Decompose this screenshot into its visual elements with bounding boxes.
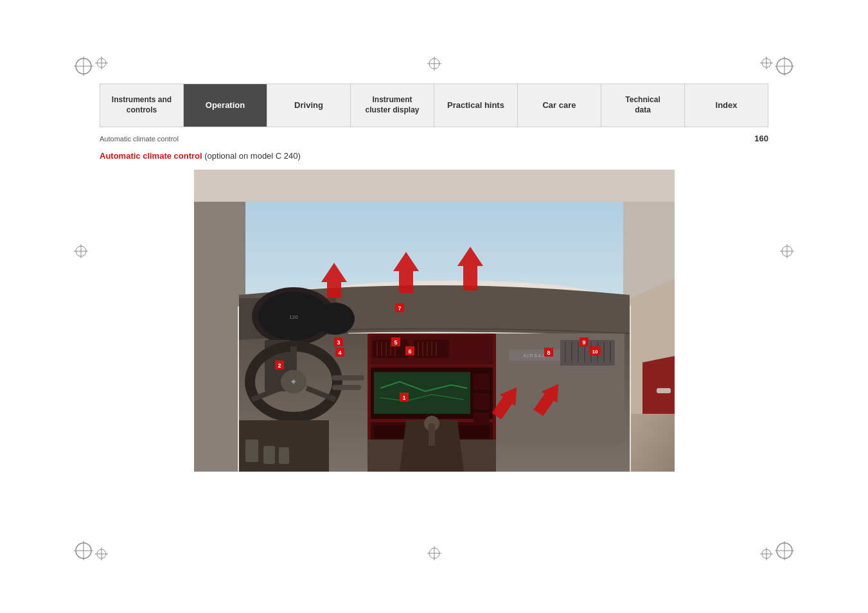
reg-mark-bottom-left2 [95, 547, 108, 560]
svg-rect-70 [474, 413, 490, 422]
svg-text:8: 8 [547, 350, 550, 356]
nav-item-instruments[interactable]: Instruments and controls [100, 84, 184, 127]
reg-mark-top-left2 [95, 57, 108, 69]
svg-text:9: 9 [582, 339, 585, 346]
reg-mark-right-mid [780, 244, 794, 258]
nav-item-instrument-cluster[interactable]: Instrumentcluster display [351, 84, 434, 127]
svg-text:1: 1 [402, 395, 405, 401]
car-image-container: 120 ✦ [194, 170, 675, 472]
reg-mark-bottom-left [74, 541, 93, 560]
svg-rect-82 [429, 423, 435, 446]
reg-mark-top-left [74, 57, 93, 76]
svg-point-42 [316, 303, 355, 335]
svg-rect-69 [474, 393, 490, 409]
page-meta: Automatic climate control 160 [100, 134, 768, 143]
reg-mark-top-right [775, 57, 794, 76]
page-number: 160 [754, 134, 768, 143]
svg-rect-86 [279, 447, 289, 464]
navigation-bar: Instruments and controls Operation Drivi… [100, 84, 768, 127]
svg-text:7: 7 [398, 305, 401, 312]
svg-rect-51 [332, 385, 361, 390]
reg-mark-bottom-right2 [760, 547, 773, 560]
reg-mark-top-center [427, 57, 441, 71]
svg-rect-50 [332, 375, 364, 380]
reg-mark-top-right2 [760, 57, 773, 69]
image-wrapper: 120 ✦ [100, 170, 768, 472]
nav-item-technical-data[interactable]: Technicaldata [601, 84, 685, 127]
svg-rect-68 [474, 374, 490, 390]
svg-rect-80 [657, 388, 671, 393]
car-interior-svg: 120 ✦ [194, 170, 675, 472]
nav-item-car-care[interactable]: Car care [518, 84, 601, 127]
svg-text:5: 5 [394, 339, 397, 346]
section-label: Automatic climate control [100, 135, 179, 143]
nav-item-operation[interactable]: Operation [184, 84, 267, 127]
svg-text:120: 120 [289, 314, 298, 320]
svg-text:4: 4 [338, 350, 341, 356]
nav-item-index[interactable]: Index [685, 84, 768, 127]
svg-text:2: 2 [278, 362, 281, 369]
section-title: Automatic climate control (optional on m… [100, 151, 768, 161]
main-content: Automatic climate control (optional on m… [100, 151, 768, 472]
reg-mark-left-mid [74, 244, 88, 258]
nav-item-driving[interactable]: Driving [267, 84, 351, 127]
svg-text:10: 10 [592, 349, 598, 355]
svg-rect-37 [194, 170, 675, 202]
svg-rect-84 [245, 440, 258, 462]
reg-mark-bottom-right [775, 541, 794, 560]
svg-rect-85 [263, 446, 275, 464]
svg-text:6: 6 [408, 348, 411, 355]
svg-text:✦: ✦ [290, 377, 297, 387]
svg-text:3: 3 [337, 339, 340, 346]
nav-item-practical-hints[interactable]: Practical hints [434, 84, 518, 127]
svg-text:A I R B A G: A I R B A G [523, 353, 545, 358]
reg-mark-bottom-center [427, 546, 441, 560]
